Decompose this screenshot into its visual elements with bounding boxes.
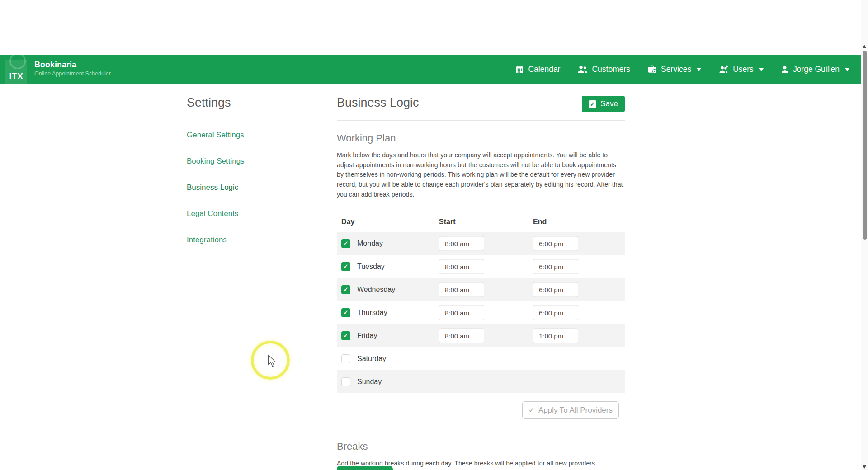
check-icon: ✓ bbox=[344, 263, 349, 270]
table-row: ✓ Friday bbox=[337, 324, 625, 347]
main-header: Business Logic ✓ Save bbox=[337, 96, 625, 121]
nav-item-users[interactable]: Users bbox=[718, 65, 764, 74]
end-time-input[interactable] bbox=[533, 236, 578, 251]
day-checkbox[interactable]: ✓ bbox=[341, 377, 350, 386]
end-time-input[interactable] bbox=[533, 282, 578, 297]
start-cell bbox=[439, 282, 484, 297]
divider bbox=[187, 118, 326, 118]
day-label: Friday bbox=[357, 332, 377, 340]
scroll-down-arrow-icon[interactable] bbox=[863, 465, 866, 469]
save-button[interactable]: ✓ Save bbox=[582, 96, 625, 112]
end-time-input[interactable] bbox=[533, 328, 578, 343]
table-row: ✓ Tuesday bbox=[337, 255, 625, 278]
day-label: Sunday bbox=[357, 378, 382, 386]
nav-item-label: Calendar bbox=[528, 65, 560, 74]
check-icon: ✓ bbox=[344, 286, 349, 293]
day-label: Tuesday bbox=[357, 263, 385, 271]
nav-item-services[interactable]: Services bbox=[647, 65, 701, 74]
end-time-input[interactable] bbox=[533, 305, 578, 320]
customers-icon bbox=[577, 65, 588, 74]
services-icon bbox=[647, 65, 657, 74]
end-cell bbox=[533, 305, 578, 320]
breaks-title: Breaks bbox=[337, 441, 625, 452]
add-break-button[interactable] bbox=[337, 466, 393, 470]
end-cell bbox=[533, 259, 578, 274]
table-row: ✓ Sunday bbox=[337, 370, 625, 393]
check-icon: ✓ bbox=[528, 405, 535, 415]
itx-logo: ITX bbox=[5, 60, 27, 84]
nav-item-label: Services bbox=[661, 65, 691, 74]
start-time-input[interactable] bbox=[439, 236, 484, 251]
start-time-input[interactable] bbox=[439, 259, 484, 274]
brand-text: Bookinaria Online Appointment Scheduler bbox=[34, 55, 111, 77]
column-header-end: End bbox=[533, 218, 547, 226]
main-content: Business Logic ✓ Save Working Plan Mark … bbox=[337, 96, 625, 469]
day-checkbox[interactable]: ✓ bbox=[341, 354, 350, 363]
working-plan-table: Day Start End ✓ Monday ✓ Tuesday ✓ Wedne… bbox=[337, 216, 625, 393]
top-navbar: ITX Bookinaria Online Appointment Schedu… bbox=[0, 55, 861, 84]
scroll-up-arrow-icon[interactable] bbox=[863, 45, 866, 48]
nav-menu: Calendar Customers Services bbox=[515, 65, 861, 74]
start-cell bbox=[439, 328, 484, 343]
sidebar-item-integrations[interactable]: Integrations bbox=[187, 235, 326, 244]
app-subtitle: Online Appointment Scheduler bbox=[34, 70, 111, 77]
mouse-cursor bbox=[268, 354, 278, 368]
page-title: Business Logic bbox=[337, 96, 419, 110]
day-checkbox[interactable]: ✓ bbox=[341, 308, 350, 317]
working-plan-title: Working Plan bbox=[337, 132, 625, 144]
column-header-day: Day bbox=[341, 218, 354, 226]
page: ITX Bookinaria Online Appointment Schedu… bbox=[0, 0, 868, 470]
end-cell bbox=[533, 236, 578, 251]
table-row: ✓ Monday bbox=[337, 232, 625, 255]
day-checkbox[interactable]: ✓ bbox=[341, 285, 350, 294]
day-checkbox[interactable]: ✓ bbox=[341, 331, 350, 340]
table-row: ✓ Wednesday bbox=[337, 278, 625, 301]
scrollbar-thumb[interactable] bbox=[863, 51, 867, 240]
day-label: Monday bbox=[357, 240, 383, 248]
table-row: ✓ Thursday bbox=[337, 301, 625, 324]
nav-item-label: Users bbox=[733, 65, 754, 74]
start-cell bbox=[439, 259, 484, 274]
caret-down-icon bbox=[697, 68, 701, 71]
nav-item-label: Jorge Guillen bbox=[793, 65, 840, 74]
sidebar-item-booking-settings[interactable]: Booking Settings bbox=[187, 157, 326, 166]
users-icon bbox=[718, 65, 729, 74]
table-row: ✓ Saturday bbox=[337, 347, 625, 370]
end-time-input[interactable] bbox=[533, 259, 578, 274]
check-icon: ✓ bbox=[589, 100, 596, 108]
day-label: Wednesday bbox=[357, 286, 395, 294]
start-time-input[interactable] bbox=[439, 305, 484, 320]
check-icon: ✓ bbox=[344, 332, 349, 339]
check-icon: ✓ bbox=[344, 309, 349, 316]
end-cell bbox=[533, 282, 578, 297]
nav-item-calendar[interactable]: Calendar bbox=[515, 65, 560, 74]
scrollbar bbox=[861, 0, 868, 470]
brand: ITX Bookinaria Online Appointment Schedu… bbox=[0, 55, 111, 84]
column-header-start: Start bbox=[439, 218, 455, 226]
nav-item-account[interactable]: Jorge Guillen bbox=[781, 65, 849, 74]
sidebar-item-general-settings[interactable]: General Settings bbox=[187, 131, 326, 140]
working-plan-description: Mark below the days and hours that your … bbox=[337, 150, 625, 199]
check-icon: ✓ bbox=[344, 240, 349, 247]
save-button-label: Save bbox=[600, 99, 618, 108]
day-checkbox[interactable]: ✓ bbox=[341, 262, 350, 271]
start-time-input[interactable] bbox=[439, 282, 484, 297]
app-title: Bookinaria bbox=[34, 60, 111, 69]
start-cell bbox=[439, 305, 484, 320]
caret-down-icon bbox=[845, 68, 849, 71]
table-header: Day Start End bbox=[337, 216, 625, 232]
caret-down-icon bbox=[759, 68, 764, 71]
logo-circle-icon bbox=[9, 55, 26, 69]
sidebar-item-legal-contents[interactable]: Legal Contents bbox=[187, 209, 326, 218]
start-time-input[interactable] bbox=[439, 328, 484, 343]
start-cell bbox=[439, 236, 484, 251]
sidebar-item-business-logic[interactable]: Business Logic bbox=[187, 183, 326, 192]
nav-item-label: Customers bbox=[592, 65, 630, 74]
nav-item-customers[interactable]: Customers bbox=[577, 65, 630, 74]
apply-to-all-providers-button[interactable]: ✓ Apply To All Providers bbox=[522, 401, 619, 419]
day-checkbox[interactable]: ✓ bbox=[341, 239, 350, 248]
end-cell bbox=[533, 328, 578, 343]
user-icon bbox=[781, 65, 789, 74]
settings-sidebar: Settings General Settings Booking Settin… bbox=[187, 96, 326, 244]
day-label: Thursday bbox=[357, 309, 387, 317]
